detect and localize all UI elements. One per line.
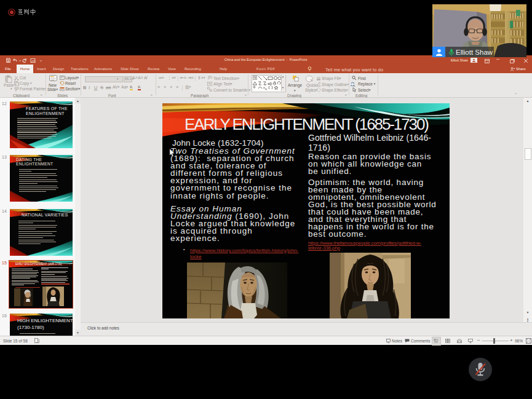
svg-text:c: c <box>354 84 355 87</box>
